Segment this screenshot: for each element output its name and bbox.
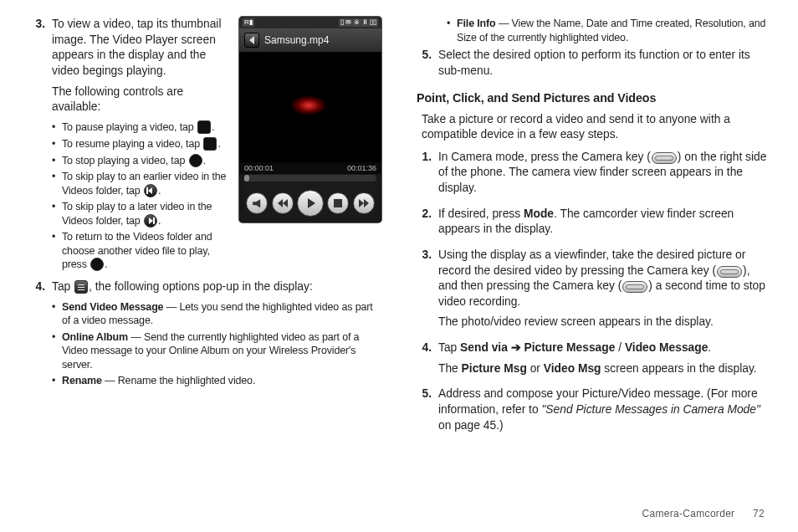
bullet-pause: To pause playing a video, tap . <box>62 120 229 135</box>
player-back-button <box>244 33 259 48</box>
skip-forward-icon <box>144 214 157 228</box>
bullet-stop: To stop playing a video, tap . <box>62 154 229 168</box>
left-column: R▮▯ ✉ ※ ⏸ ▯▯ Samsung.mp4 00:00:01 00:01:… <box>30 17 381 489</box>
stop-icon <box>189 154 202 167</box>
player-prev-icon <box>272 192 294 214</box>
skip-back-icon <box>144 184 157 197</box>
opt-send-video: Send Video Message — Lets you send the h… <box>62 300 381 328</box>
bullet-resume: To resume playing a video, tap . <box>62 137 229 151</box>
camera-key-icon <box>652 152 677 164</box>
player-video-area <box>239 52 381 162</box>
step-3-controls-intro: The following controls are available: <box>52 84 229 115</box>
menu-icon <box>74 280 88 294</box>
player-next-icon <box>353 192 375 214</box>
step-3-text: To view a video, tap its thumbnail image… <box>52 17 229 79</box>
section-heading: Point, Click, and Send Pictures and Vide… <box>417 90 768 106</box>
player-total: 00:01:36 <box>347 163 376 173</box>
r-step-5: 5. Address and compose your Picture/Vide… <box>417 386 768 438</box>
player-stop-icon <box>327 192 349 214</box>
return-key-icon <box>90 258 104 271</box>
section-intro: Take a picture or record a video and sen… <box>422 112 768 143</box>
pause-icon <box>197 120 211 134</box>
camera-key-icon <box>717 266 742 278</box>
page-footer: Camera-Camcorder 72 <box>642 507 765 520</box>
player-status-bar: R▮▯ ✉ ※ ⏸ ▯▯ <box>239 17 381 28</box>
opt-online-album: Online Album — Send the currently highli… <box>62 330 381 372</box>
player-elapsed: 00:00:01 <box>244 163 274 173</box>
step-4: 4. Tap , the following options pop-up in… <box>30 279 381 391</box>
r-step-1: 1. In Camera mode, press the Camera key … <box>417 150 768 202</box>
footer-page: 72 <box>753 508 765 519</box>
bullet-return: To return to the Videos folder and choos… <box>62 230 229 272</box>
r-step-4: 4. Tap Send via ➔ Picture Message / Vide… <box>417 340 768 381</box>
opt-file-info: File Info — View the Name, Date and Time… <box>457 17 768 44</box>
player-progress <box>244 175 376 182</box>
right-column: •File Info — View the Name, Date and Tim… <box>417 17 768 489</box>
player-filename: Samsung.mp4 <box>264 33 329 47</box>
step-5-left-cont: 5. Select the desired option to perform … <box>417 48 768 84</box>
player-speaker-icon <box>246 192 268 214</box>
bullet-skip-back: To skip play to an earlier video in the … <box>62 170 229 197</box>
play-icon <box>203 137 217 151</box>
camera-key-icon <box>622 281 647 293</box>
player-play-icon <box>297 190 324 217</box>
step-4-text: Tap , the following options pop-up in th… <box>52 279 381 295</box>
footer-section: Camera-Camcorder <box>642 508 735 519</box>
r-step-2: 2. If desired, press Mode. The camcorder… <box>417 207 768 243</box>
video-player-illustration: R▮▯ ✉ ※ ⏸ ▯▯ Samsung.mp4 00:00:01 00:01:… <box>239 17 381 223</box>
bullet-skip-fwd: To skip play to a later video in the Vid… <box>62 200 229 228</box>
step-3: 3. To view a video, tap its thumbnail im… <box>30 17 229 274</box>
opt-rename: Rename — Rename the highlighted video. <box>62 374 381 388</box>
r-step-3: 3. Using the display as a viewfinder, ta… <box>417 248 768 335</box>
